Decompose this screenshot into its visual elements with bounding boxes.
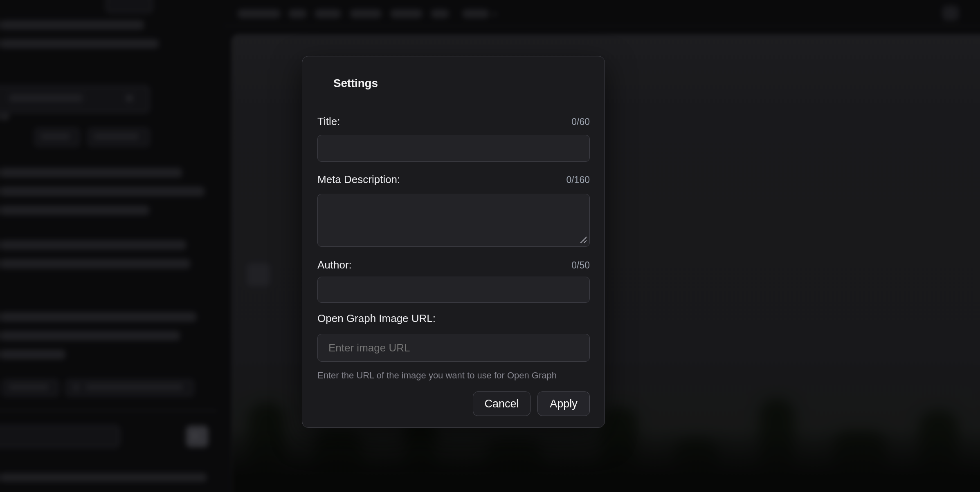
dialog-divider — [317, 99, 590, 99]
apply-button[interactable]: Apply — [537, 391, 590, 416]
meta-description-textarea[interactable] — [317, 194, 590, 247]
og-image-url-input[interactable] — [317, 334, 590, 362]
og-image-url-label: Open Graph Image URL: — [317, 312, 436, 325]
meta-description-char-counter: 0/160 — [566, 173, 590, 186]
author-char-counter: 0/50 — [571, 259, 590, 272]
resize-handle-icon[interactable] — [580, 236, 587, 243]
title-label: Title: — [317, 115, 340, 128]
dialog-title: Settings — [333, 77, 590, 90]
settings-dialog: Settings Title: 0/60 Meta Description: 0… — [302, 56, 605, 428]
author-input[interactable] — [317, 277, 590, 303]
title-input[interactable] — [317, 135, 590, 162]
author-label: Author: — [317, 258, 352, 271]
meta-description-label: Meta Description: — [317, 173, 400, 186]
cancel-button[interactable]: Cancel — [473, 391, 530, 416]
og-image-url-helper: Enter the URL of the image you want to u… — [317, 370, 590, 381]
title-char-counter: 0/60 — [571, 115, 590, 128]
